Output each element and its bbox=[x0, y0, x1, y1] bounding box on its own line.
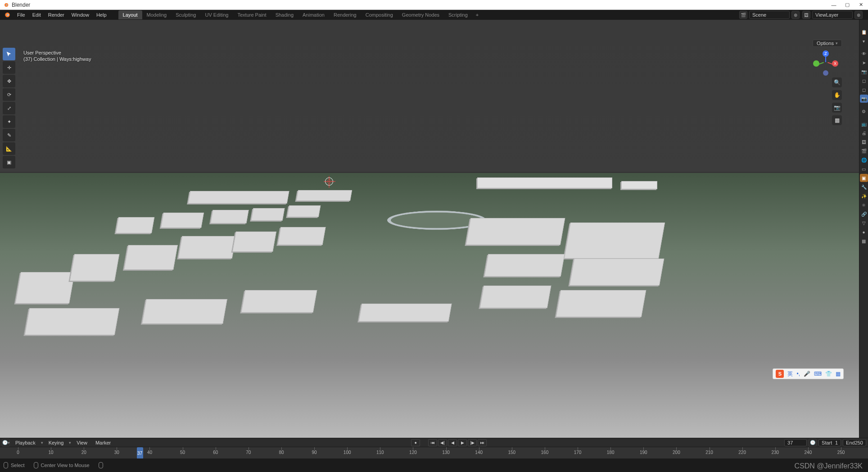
restriction-visibility-icon[interactable]: 👁 bbox=[860, 50, 868, 58]
tool-scale[interactable]: ⤢ bbox=[3, 102, 15, 114]
jump-to-start-button[interactable]: ⏮ bbox=[428, 439, 437, 446]
start-frame-field[interactable]: Start1 bbox=[818, 439, 841, 446]
prop-object-icon[interactable]: ▣ bbox=[860, 174, 868, 182]
scene-geometry bbox=[0, 20, 859, 438]
prop-scene-icon[interactable]: 🎬 bbox=[860, 147, 868, 155]
gizmo-axis-x[interactable]: X bbox=[832, 60, 838, 67]
use-preview-range-toggle[interactable]: 🕓 bbox=[809, 439, 817, 447]
window-minimize-button[interactable]: — bbox=[831, 2, 836, 8]
ime-punct-icon[interactable]: •, bbox=[796, 371, 800, 377]
prop-viewlayer-icon[interactable]: 🖼 bbox=[860, 138, 868, 146]
tool-rotate[interactable]: ⟳ bbox=[3, 88, 15, 101]
viewlayer-browse-icon[interactable]: 🖼 bbox=[802, 11, 810, 19]
workspace-tab-geometry-nodes[interactable]: Geometry Nodes bbox=[398, 10, 444, 19]
timeline-menu-marker[interactable]: Marker bbox=[93, 439, 113, 446]
3d-viewport[interactable]: ✛ ✥ ⟳ ⤢ ✦ ✎ 📐 ▣ User Perspective (37) Co… bbox=[0, 20, 859, 438]
prop-constraints-icon[interactable]: 🔗 bbox=[860, 210, 868, 218]
workspace-tab-compositing[interactable]: Compositing bbox=[361, 10, 398, 19]
tool-cursor[interactable]: ✛ bbox=[3, 61, 15, 74]
prop-output-icon[interactable]: 🖨 bbox=[860, 129, 868, 137]
ime-skin-icon[interactable]: 👕 bbox=[825, 371, 832, 377]
prop-physics-icon[interactable]: ⚛ bbox=[860, 201, 868, 209]
filter-icon[interactable]: ▾ bbox=[860, 37, 868, 45]
restriction-render-icon[interactable]: 📷 bbox=[860, 68, 868, 76]
scene-name-field[interactable]: Scene bbox=[749, 11, 790, 19]
restriction-holdout-icon[interactable]: ◻ bbox=[860, 77, 868, 85]
restriction-indirect-icon[interactable]: ◻ bbox=[860, 86, 868, 94]
window-close-button[interactable]: ✕ bbox=[858, 2, 863, 8]
tool-move[interactable]: ✥ bbox=[3, 75, 15, 87]
prop-modifiers-icon[interactable]: 🔧 bbox=[860, 183, 868, 191]
prop-render-icon[interactable]: 📺 bbox=[860, 120, 868, 128]
timeline-menu-view[interactable]: View bbox=[74, 439, 90, 446]
pan-icon[interactable]: ✋ bbox=[832, 90, 842, 100]
workspace-tab-animation[interactable]: Animation bbox=[298, 10, 329, 19]
ime-toolbox-icon[interactable]: ▦ bbox=[836, 371, 841, 377]
sogou-logo-icon[interactable]: S bbox=[776, 370, 784, 378]
tool-add-primitive[interactable]: ▣ bbox=[3, 156, 15, 168]
gizmo-axis-z[interactable]: Z bbox=[823, 50, 829, 57]
workspace-add-button[interactable]: + bbox=[472, 12, 482, 18]
prop-data-icon[interactable]: ▽ bbox=[860, 219, 868, 227]
blender-logo-icon[interactable] bbox=[3, 11, 11, 19]
jump-to-end-button[interactable]: ⏭ bbox=[478, 439, 487, 446]
ime-mic-icon[interactable]: 🎤 bbox=[804, 371, 810, 377]
timeline-editor-type-icon[interactable]: 🕒▾ bbox=[2, 439, 10, 447]
tool-measure[interactable]: 📐 bbox=[3, 142, 15, 155]
scene-new-icon[interactable]: ⊕ bbox=[791, 11, 800, 19]
viewlayer-new-icon[interactable]: ⊕ bbox=[854, 11, 863, 19]
tool-annotate[interactable]: ✎ bbox=[3, 129, 15, 141]
ime-lang-label[interactable]: 英 bbox=[787, 370, 793, 378]
restriction-enabled-icon[interactable]: 📷 bbox=[860, 95, 868, 103]
ime-toolbar[interactable]: S 英 •, 🎤 ⌨ 👕 ▦ bbox=[773, 368, 844, 379]
properties-editor-icon[interactable]: ⚙ bbox=[860, 107, 868, 115]
prop-collection-icon[interactable]: ▭ bbox=[860, 165, 868, 173]
menu-file[interactable]: File bbox=[14, 11, 29, 19]
workspace-tab-uv-editing[interactable]: UV Editing bbox=[200, 10, 233, 19]
menu-help[interactable]: Help bbox=[93, 11, 110, 19]
autokey-toggle[interactable]: ● bbox=[411, 439, 420, 446]
prop-material-icon[interactable]: ● bbox=[860, 228, 868, 236]
timeline-track[interactable]: 0102030405060708090100110120130140150160… bbox=[0, 447, 868, 459]
ime-keyboard-icon[interactable]: ⌨ bbox=[814, 371, 822, 377]
tool-transform[interactable]: ✦ bbox=[3, 115, 15, 128]
gizmo-axis-y[interactable] bbox=[813, 60, 819, 67]
window-maximize-button[interactable]: ▢ bbox=[845, 2, 850, 8]
workspace-tab-rendering[interactable]: Rendering bbox=[329, 10, 361, 19]
current-frame-field[interactable]: 37 bbox=[784, 439, 807, 446]
workspace-tab-texture-paint[interactable]: Texture Paint bbox=[233, 10, 271, 19]
navigation-gizmo[interactable]: Z X bbox=[813, 50, 838, 76]
zoom-icon[interactable]: 🔍 bbox=[832, 77, 842, 87]
menu-window[interactable]: Window bbox=[68, 11, 93, 19]
play-reverse-button[interactable]: ◀ bbox=[448, 439, 457, 446]
scene-browse-icon[interactable]: 🎬 bbox=[739, 11, 747, 19]
prop-world-icon[interactable]: 🌐 bbox=[860, 156, 868, 164]
menu-render[interactable]: Render bbox=[45, 11, 68, 19]
perspective-toggle-icon[interactable]: ▦ bbox=[832, 115, 842, 125]
camera-icon[interactable]: 📷 bbox=[832, 103, 842, 113]
prop-particles-icon[interactable]: ✨ bbox=[860, 192, 868, 200]
viewlayer-name-field[interactable]: ViewLayer bbox=[812, 11, 853, 19]
workspace-tab-modeling[interactable]: Modeling bbox=[142, 10, 172, 19]
tool-select-box[interactable] bbox=[3, 48, 15, 60]
jump-prev-keyframe-button[interactable]: ◀︎| bbox=[438, 439, 447, 446]
statusbar: Select Center View to Mouse CSDN @Jennif… bbox=[0, 458, 868, 472]
timeline-menu-keying[interactable]: Keying bbox=[46, 439, 67, 446]
play-button[interactable]: ▶ bbox=[458, 439, 467, 446]
prop-texture-icon[interactable]: ▦ bbox=[860, 237, 868, 245]
viewport-options-button[interactable]: Options ▾ bbox=[813, 40, 842, 47]
transport-controls: ● ⏮ ◀︎| ◀ ▶ |▶︎ ⏭ bbox=[411, 439, 487, 446]
workspace-tab-shading[interactable]: Shading bbox=[271, 10, 298, 19]
workspace-tab-scripting[interactable]: Scripting bbox=[444, 10, 472, 19]
workspace-tab-layout[interactable]: Layout bbox=[118, 10, 142, 19]
jump-next-keyframe-button[interactable]: |▶︎ bbox=[468, 439, 477, 446]
timeline-menu-playback[interactable]: Playback bbox=[13, 439, 38, 446]
gizmo-axis-neg-z[interactable] bbox=[823, 70, 828, 76]
timeline-tick-label: 240 bbox=[805, 450, 812, 455]
end-frame-field[interactable]: End250 bbox=[843, 439, 866, 446]
menu-edit[interactable]: Edit bbox=[29, 11, 45, 19]
playhead[interactable]: 37 bbox=[137, 447, 143, 459]
restriction-select-icon[interactable]: ➤ bbox=[860, 59, 868, 67]
outliner-editor-icon[interactable]: 📋 bbox=[860, 28, 868, 36]
workspace-tab-sculpting[interactable]: Sculpting bbox=[171, 10, 200, 19]
